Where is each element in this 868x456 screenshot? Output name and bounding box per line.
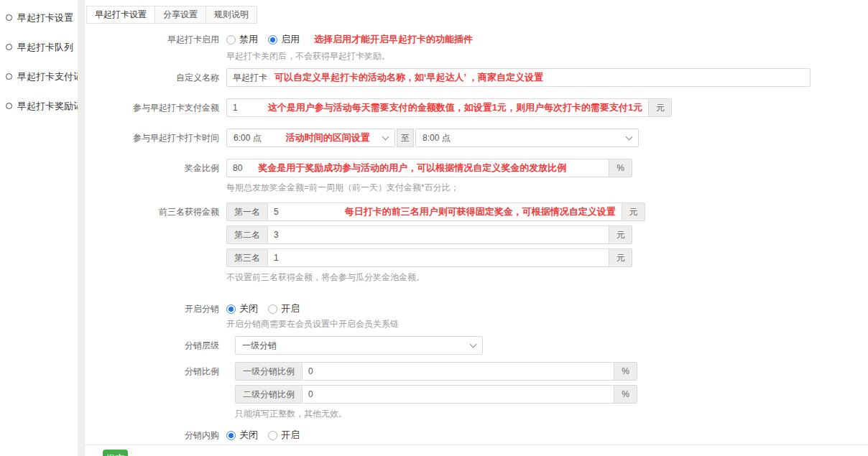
sidebar-item-checkin-queue[interactable]: 早起打卡队列 xyxy=(0,32,78,62)
chevron-down-icon xyxy=(382,133,389,140)
form-row-dist-level: 分销层级 一级分销 xyxy=(85,336,868,355)
dist-ratio-1-input[interactable]: 0 xyxy=(303,362,614,381)
field-label: 开启分销 xyxy=(85,302,226,330)
radio-disable[interactable] xyxy=(226,35,236,45)
top3-rank-3-label: 第三名 xyxy=(226,248,268,267)
dist-level-value: 一级分销 xyxy=(242,340,277,352)
top3-help: 不设置前三名获得金额，将会参与瓜分奖金池金额。 xyxy=(226,271,868,284)
sidebar-item-reward-records[interactable]: 早起打卡奖励记录 xyxy=(0,91,78,121)
sidebar-item-label: 早起打卡奖励记录 xyxy=(17,100,78,113)
form-row-top3: 前三名获得金额 第一名 5 每日打卡的前三名用户则可获得固定奖金，可根据情况自定… xyxy=(85,203,868,284)
tab-checkin-settings[interactable]: 早起打卡设置 xyxy=(86,6,155,24)
pay-amount-hint: 这个是用户参与活动每天需要支付的金额数值，如设置1元，则用户每次打卡的需要支付1… xyxy=(268,101,642,114)
submit-button[interactable]: 提交 xyxy=(103,450,128,456)
pay-amount-unit: 元 xyxy=(649,98,672,117)
field-label: 参与早起打卡支付金额 xyxy=(85,98,226,117)
radio-dist-on[interactable] xyxy=(268,304,277,314)
top3-rank-1-input[interactable]: 5 每日打卡的前三名用户则可获得固定奖金，可根据情况自定义设置 xyxy=(268,203,622,221)
field-label: 早起打卡启用 xyxy=(85,33,226,62)
main-content: 早起打卡设置 分享设置 规则说明 早起打卡启用 禁用 启用 选择启用才能开启早起… xyxy=(85,0,868,456)
top3-rank-1-value: 5 xyxy=(274,207,279,217)
sidebar-item-label: 早起打卡支付记录 xyxy=(17,70,78,83)
radio-label-enable[interactable]: 启用 xyxy=(281,33,300,46)
dist-ratio-1-label: 一级分销比例 xyxy=(235,362,303,381)
top3-rank-2-label: 第二名 xyxy=(226,225,268,244)
tab-share-settings[interactable]: 分享设置 xyxy=(154,6,206,24)
name-hint: 可以自定义早起打卡的活动名称，如‘早起达人’ ，商家自定义设置 xyxy=(274,71,543,84)
radio-label-inner-on[interactable]: 开启 xyxy=(281,429,300,442)
bonus-ratio-input[interactable]: 80 奖金是用于奖励成功参与活动的用户，可以根据情况自定义奖金的发放比例 xyxy=(226,159,609,177)
top3-rank-3-input[interactable]: 1 xyxy=(268,248,609,267)
form-row-distribution: 开启分销 关闭 开启 开启分销商需要在会员设置中开启会员关系链 xyxy=(85,302,868,330)
radio-label-inner-off[interactable]: 关闭 xyxy=(239,429,258,442)
top3-row-1: 第一名 5 每日打卡的前三名用户则可获得固定奖金，可根据情况自定义设置 元 xyxy=(226,203,632,221)
top3-rank-3-unit: 元 xyxy=(609,248,632,267)
form-row-time: 参与早起打卡打卡时间 6:00 点 活动时间的区间设置 至 8:00 点 xyxy=(85,129,868,147)
time-end-select[interactable]: 8:00 点 xyxy=(415,129,639,147)
circle-icon xyxy=(6,103,12,109)
pay-amount-value: 1 xyxy=(233,103,238,113)
top3-row-2: 第二名 3 元 xyxy=(226,225,632,244)
dist-ratio-help: 只能填写正整数，其他无效。 xyxy=(235,408,868,420)
dist-ratio-row-2: 二级分销比例 0 % xyxy=(235,385,637,404)
field-label: 奖金比例 xyxy=(85,159,226,194)
dist-ratio-2-unit: % xyxy=(614,385,637,404)
chevron-down-icon xyxy=(626,133,633,140)
radio-label-disable[interactable]: 禁用 xyxy=(239,33,258,46)
radio-label-dist-off[interactable]: 关闭 xyxy=(239,302,258,315)
dist-ratio-2-label: 二级分销比例 xyxy=(235,385,303,404)
field-label: 参与早起打卡打卡时间 xyxy=(85,129,226,147)
dist-ratio-1-value: 0 xyxy=(308,366,313,376)
dist-level-select[interactable]: 一级分销 xyxy=(235,336,483,355)
form-row-name: 自定义名称 早起打卡 可以自定义早起打卡的活动名称，如‘早起达人’ ，商家自定义… xyxy=(85,68,868,87)
sidebar-item-label: 早起打卡队列 xyxy=(17,41,73,54)
bonus-ratio-help: 每期总发放奖金金额=前一周期（前一天）支付金额*百分比； xyxy=(226,182,868,194)
top3-rank-1-unit: 元 xyxy=(622,203,645,221)
sidebar-item-payment-records[interactable]: 早起打卡支付记录 xyxy=(0,62,78,91)
time-start-value: 6:00 点 xyxy=(234,132,262,144)
sidebar-item-label: 早起打卡设置 xyxy=(17,11,73,24)
enable-help: 早起打卡关闭后，不会获得早起打卡奖励。 xyxy=(226,50,868,62)
top3-rank-2-unit: 元 xyxy=(609,225,632,244)
chevron-down-icon xyxy=(470,340,477,348)
dist-ratio-2-value: 0 xyxy=(308,389,313,399)
radio-inner-off[interactable] xyxy=(226,431,236,440)
field-label: 前三名获得金额 xyxy=(85,203,226,284)
dist-ratio-row-1: 一级分销比例 0 % xyxy=(235,362,637,381)
field-label: 自定义名称 xyxy=(85,68,226,87)
page: 早起打卡设置 早起打卡队列 早起打卡支付记录 早起打卡奖励记录 早起打卡设置 分… xyxy=(0,0,868,456)
name-value: 早起打卡 xyxy=(233,72,267,84)
top3-hint: 每日打卡的前三名用户则可获得固定奖金，可根据情况自定义设置 xyxy=(345,205,616,218)
sidebar-divider xyxy=(78,0,85,456)
dist-ratio-2-input[interactable]: 0 xyxy=(303,385,614,404)
distribution-help: 开启分销商需要在会员设置中开启会员关系链 xyxy=(226,318,868,330)
field-label: 分销比例 xyxy=(85,362,226,420)
radio-inner-on[interactable] xyxy=(268,431,277,440)
circle-icon xyxy=(6,73,12,80)
time-end-value: 8:00 点 xyxy=(423,132,451,144)
radio-label-dist-on[interactable]: 开启 xyxy=(281,302,300,315)
time-to-label: 至 xyxy=(397,129,414,147)
pay-amount-input[interactable]: 1 这个是用户参与活动每天需要支付的金额数值，如设置1元，则用户每次打卡的需要支… xyxy=(226,98,649,117)
top3-rank-3-value: 1 xyxy=(274,253,279,263)
field-label: 分销层级 xyxy=(85,336,226,355)
bonus-ratio-hint: 奖金是用于奖励成功参与活动的用户，可以根据情况自定义奖金的发放比例 xyxy=(258,162,566,175)
circle-icon xyxy=(6,44,12,50)
form-row-dist-ratio: 分销比例 一级分销比例 0 % 二级分销比例 0 % 只能填写正整数，其他无效。 xyxy=(85,362,868,420)
sidebar-item-checkin-settings[interactable]: 早起打卡设置 xyxy=(0,3,78,32)
form-row-pay-amount: 参与早起打卡支付金额 1 这个是用户参与活动每天需要支付的金额数值，如设置1元，… xyxy=(85,98,868,117)
sidebar: 早起打卡设置 早起打卡队列 早起打卡支付记录 早起打卡奖励记录 xyxy=(0,0,78,456)
top3-rank-2-value: 3 xyxy=(274,230,279,240)
bonus-ratio-value: 80 xyxy=(233,163,242,173)
radio-enable[interactable] xyxy=(268,35,277,45)
name-input[interactable]: 早起打卡 可以自定义早起打卡的活动名称，如‘早起达人’ ，商家自定义设置 xyxy=(226,68,811,87)
top3-rank-2-input[interactable]: 3 xyxy=(268,225,609,244)
time-hint: 活动时间的区间设置 xyxy=(286,131,370,144)
dist-ratio-1-unit: % xyxy=(614,362,637,381)
tabbar: 早起打卡设置 分享设置 规则说明 xyxy=(86,6,868,24)
radio-dist-off[interactable] xyxy=(226,304,236,314)
time-start-select[interactable]: 6:00 点 活动时间的区间设置 xyxy=(226,129,395,147)
top3-rank-1-label: 第一名 xyxy=(226,203,268,221)
circle-icon xyxy=(6,14,12,21)
tab-rules[interactable]: 规则说明 xyxy=(206,6,257,24)
